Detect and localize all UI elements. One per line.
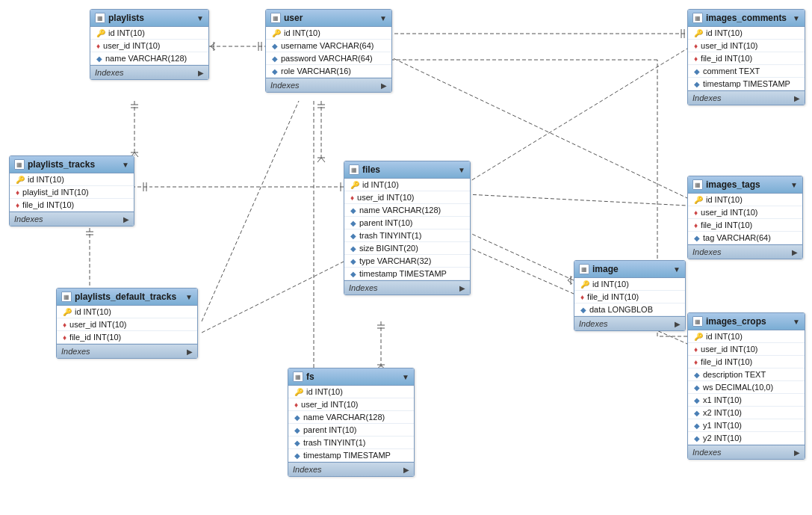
table-row: ◆ name VARCHAR(128) [90, 52, 208, 65]
key-icon: 🔑 [96, 29, 105, 37]
table-header-user[interactable]: ▦ user ▼ [266, 10, 391, 27]
table-footer-images-crops[interactable]: Indexes ▶ [688, 445, 805, 459]
dropdown-arrow-playlists[interactable]: ▼ [196, 14, 204, 22]
table-images-tags: ▦ images_tags ▼ 🔑 id INT(10) ♦ user_id I… [687, 176, 803, 259]
field-label: id INT(10) [75, 307, 111, 316]
svg-line-6 [211, 46, 215, 50]
footer-arrow: ▶ [381, 81, 387, 90]
dropdown-arrow-fs[interactable]: ▼ [402, 373, 409, 381]
table-row: ◆ trash TINYINT(1) [344, 229, 470, 242]
field-icon: ◆ [580, 306, 586, 314]
key-icon: 🔑 [694, 196, 703, 204]
dropdown-arrow-playlists-default-tracks[interactable]: ▼ [185, 293, 193, 301]
dropdown-arrow-images-tags[interactable]: ▼ [790, 181, 798, 189]
field-label: id INT(10) [706, 28, 743, 37]
table-row: ♦ file_id INT(10) [688, 52, 805, 65]
field-icon: ◆ [96, 55, 102, 63]
field-label: user_id INT(10) [69, 320, 126, 329]
field-icon: ◆ [694, 383, 700, 392]
table-row: ◆ size BIGINT(20) [344, 242, 470, 255]
table-header-files[interactable]: ▦ files ▼ [344, 161, 470, 179]
table-name-images-tags: images_tags [706, 179, 787, 190]
table-row: 🔑 id INT(10) [57, 306, 197, 318]
table-footer-playlists[interactable]: Indexes ▶ [90, 65, 208, 79]
field-label: user_id INT(10) [701, 345, 757, 354]
svg-line-41 [568, 280, 572, 284]
table-icon-image: ▦ [579, 264, 589, 274]
table-header-playlists-default-tracks[interactable]: ▦ playlists_default_tracks ▼ [57, 289, 197, 306]
dropdown-arrow-image[interactable]: ▼ [673, 265, 681, 274]
table-row: 🔑 id INT(10) [10, 173, 134, 186]
table-footer-playlists-default-tracks[interactable]: Indexes ▶ [57, 344, 197, 358]
dropdown-arrow-images-crops[interactable]: ▼ [793, 318, 800, 326]
svg-line-24 [202, 262, 344, 333]
table-image: ▦ image ▼ 🔑 id INT(10) ♦ file_id INT(10)… [574, 260, 686, 331]
field-label: id INT(10) [306, 387, 343, 396]
indexes-label: Indexes [14, 215, 43, 223]
table-icon-user: ▦ [270, 13, 281, 23]
field-label: name VARCHAR(128) [303, 413, 385, 422]
field-label: user_id INT(10) [103, 41, 160, 50]
field-icon: ◆ [294, 451, 300, 460]
indexes-label: Indexes [349, 283, 378, 292]
table-footer-images-comments[interactable]: Indexes ▶ [688, 90, 805, 105]
fk-icon: ♦ [694, 42, 698, 50]
table-row: ◆ timestamp TIMESTAMP [688, 78, 805, 90]
field-icon: ◆ [694, 396, 700, 404]
table-header-images-comments[interactable]: ▦ images_comments ▼ [688, 10, 805, 27]
field-label: password VARCHAR(64) [281, 54, 373, 63]
field-icon: ◆ [272, 55, 278, 63]
table-footer-image[interactable]: Indexes ▶ [574, 316, 685, 330]
table-header-images-tags[interactable]: ▦ images_tags ▼ [688, 176, 802, 194]
table-row: ♦ file_id INT(10) [574, 291, 685, 303]
footer-arrow: ▶ [792, 248, 798, 256]
table-row: ♦ user_id INT(10) [688, 343, 805, 356]
table-row: 🔑 id INT(10) [688, 330, 805, 343]
field-label: name VARCHAR(128) [359, 206, 441, 215]
table-header-fs[interactable]: ▦ fs ▼ [288, 368, 414, 386]
table-row: ♦ user_id INT(10) [288, 398, 414, 411]
field-icon: ◆ [294, 426, 300, 434]
key-icon: 🔑 [694, 333, 703, 341]
field-label: description TEXT [703, 370, 766, 379]
table-header-playlists-tracks[interactable]: ▦ playlists_tracks ▼ [10, 156, 134, 173]
table-row: ◆ ws DECIMAL(10,0) [688, 381, 805, 394]
fk-icon: ♦ [294, 401, 298, 409]
svg-line-36 [467, 49, 687, 183]
indexes-label: Indexes [270, 81, 300, 90]
field-label: file_id INT(10) [22, 200, 74, 209]
field-label: trash TINYINT(1) [359, 231, 422, 240]
fk-icon: ♦ [580, 293, 584, 301]
field-label: id INT(10) [284, 28, 320, 37]
dropdown-arrow-playlists-tracks[interactable]: ▼ [122, 161, 129, 169]
table-row: 🔑 id INT(10) [266, 27, 391, 40]
field-label: x1 INT(10) [703, 395, 742, 404]
field-icon: ◆ [694, 434, 700, 442]
svg-line-38 [467, 232, 574, 280]
table-footer-playlists-tracks[interactable]: Indexes ▶ [10, 212, 134, 226]
table-icon-playlists-default-tracks: ▦ [61, 292, 72, 302]
table-header-playlists[interactable]: ▦ playlists ▼ [90, 10, 208, 27]
table-header-image[interactable]: ▦ image ▼ [574, 261, 685, 278]
table-footer-images-tags[interactable]: Indexes ▶ [688, 244, 802, 259]
field-label: file_id INT(10) [701, 357, 752, 366]
table-row: 🔑 id INT(10) [688, 27, 805, 40]
field-icon: ◆ [694, 234, 700, 242]
svg-line-30 [317, 158, 321, 162]
fk-icon: ♦ [96, 42, 100, 50]
dropdown-arrow-user[interactable]: ▼ [379, 14, 387, 22]
table-footer-files[interactable]: Indexes ▶ [344, 280, 470, 294]
table-row: ◆ timestamp TIMESTAMP [344, 268, 470, 280]
field-label: y2 INT(10) [703, 434, 742, 442]
field-icon: ◆ [694, 67, 700, 75]
dropdown-arrow-images-comments[interactable]: ▼ [793, 14, 800, 22]
table-footer-user[interactable]: Indexes ▶ [266, 78, 391, 92]
indexes-label: Indexes [692, 93, 722, 102]
table-row: ◆ x1 INT(10) [688, 394, 805, 407]
table-row: ♦ user_id INT(10) [344, 191, 470, 204]
table-header-images-crops[interactable]: ▦ images_crops ▼ [688, 313, 805, 330]
fk-icon: ♦ [694, 358, 698, 366]
table-footer-fs[interactable]: Indexes ▶ [288, 462, 414, 476]
indexes-label: Indexes [95, 68, 124, 77]
dropdown-arrow-files[interactable]: ▼ [458, 166, 465, 174]
